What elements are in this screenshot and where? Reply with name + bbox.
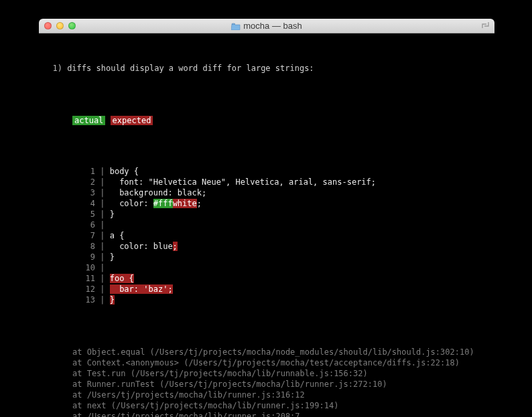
line-number: 11 — [72, 273, 95, 284]
diff-line: 7 | a { — [72, 230, 490, 241]
gutter-bar: | — [95, 263, 110, 272]
diff-segment: } — [110, 210, 115, 219]
diff-segment: white — [173, 199, 197, 208]
diff-line: 9 | } — [72, 252, 490, 262]
stack-frame: at Object.equal (/Users/tj/projects/moch… — [72, 347, 490, 357]
line-number: 5 — [72, 209, 95, 220]
line-number: 10 — [72, 262, 95, 273]
diff-segment: } — [110, 295, 115, 305]
folder-icon — [231, 22, 241, 30]
test-header: 1) diffs should display a word diff for … — [43, 63, 490, 74]
stack-frame: at /Users/tj/projects/mocha/lib/runner.j… — [72, 411, 490, 417]
line-number: 2 — [72, 177, 95, 187]
diff-segment: ; — [173, 242, 178, 251]
gutter-bar: | — [95, 274, 110, 283]
gutter-bar: | — [95, 220, 110, 230]
diff-line: 10 | — [72, 262, 490, 273]
legend-expected: expected — [111, 116, 153, 125]
line-number: 7 — [72, 230, 95, 241]
line-number: 9 — [72, 252, 95, 262]
diff-line: 13 | } — [72, 295, 490, 305]
diff-line: 8 | color: blue; — [72, 241, 490, 252]
close-button[interactable] — [44, 22, 52, 29]
terminal-body[interactable]: 1) diffs should display a word diff for … — [39, 33, 494, 417]
minimize-button[interactable] — [56, 22, 64, 29]
diff-segment: } — [110, 252, 115, 262]
diff-line: 4 | color: #fffwhite; — [72, 198, 490, 209]
gutter-bar: | — [95, 231, 110, 240]
legend-actual: actual — [72, 116, 105, 125]
gutter-bar: | — [95, 252, 110, 262]
diff-segment: body { — [110, 167, 139, 176]
diff-line: 11 | foo { — [72, 273, 490, 284]
diff-segment: foo { — [110, 274, 134, 283]
gutter-bar: | — [95, 167, 110, 176]
gutter-bar: | — [95, 188, 110, 197]
terminal-window: mocha — bash 1) diffs should display a w… — [39, 19, 494, 402]
diff-line: 5 | } — [72, 209, 490, 220]
line-number: 13 — [72, 295, 95, 305]
line-number: 1 — [72, 166, 95, 177]
diff-segment: color: — [110, 199, 153, 208]
stack-frame: at /Users/tj/projects/mocha/lib/runner.j… — [72, 390, 490, 400]
line-number: 3 — [72, 187, 95, 198]
diff-segment: bar: 'baz'; — [110, 284, 173, 294]
window-title: mocha — bash — [39, 21, 494, 31]
diff-segment: ; — [197, 199, 202, 208]
diff-legend: actual expected — [43, 115, 490, 126]
line-number: 4 — [72, 198, 95, 209]
gutter-bar: | — [95, 199, 110, 208]
gutter-bar: | — [95, 177, 110, 187]
diff-segment: #fff — [153, 199, 173, 208]
stack-frame: at Runner.runTest (/Users/tj/projects/mo… — [72, 379, 490, 390]
diff-segment: a { — [110, 231, 125, 240]
diff-segment: font: "Helvetica Neue", Helvetica, arial… — [110, 177, 376, 187]
window-title-text: mocha — bash — [243, 21, 302, 31]
line-number: 6 — [72, 220, 95, 230]
diff-segment: color: blue — [110, 242, 173, 251]
line-number: 12 — [72, 284, 95, 295]
gutter-bar: | — [95, 284, 110, 294]
gutter-bar: | — [95, 242, 110, 251]
diff-segment: background: black; — [110, 188, 207, 197]
titlebar: mocha — bash — [39, 19, 494, 33]
diff-line: 3 | background: black; — [72, 187, 490, 198]
diff-line: 12 | bar: 'baz'; — [72, 284, 490, 295]
test-number: 1) — [52, 64, 62, 73]
diff-line: 2 | font: "Helvetica Neue", Helvetica, a… — [72, 177, 490, 187]
diff-line: 6 | — [72, 220, 490, 230]
traffic-lights — [39, 22, 76, 29]
stack-trace: at Object.equal (/Users/tj/projects/moch… — [43, 347, 490, 417]
gutter-bar: | — [95, 295, 110, 305]
gutter-bar: | — [95, 210, 110, 219]
stack-frame: at Context.<anonymous> (/Users/tj/projec… — [72, 357, 490, 368]
test-title: diffs should display a word diff for lar… — [67, 64, 314, 73]
diff-line: 1 | body { — [72, 166, 490, 177]
zoom-button[interactable] — [68, 22, 76, 29]
maximize-icon[interactable] — [481, 21, 490, 29]
stack-frame: at Test.run (/Users/tj/projects/mocha/li… — [72, 368, 490, 379]
stack-frame: at next (/Users/tj/projects/mocha/lib/ru… — [72, 400, 490, 411]
diff-block: 1 | body {2 | font: "Helvetica Neue", He… — [43, 166, 490, 305]
line-number: 8 — [72, 241, 95, 252]
